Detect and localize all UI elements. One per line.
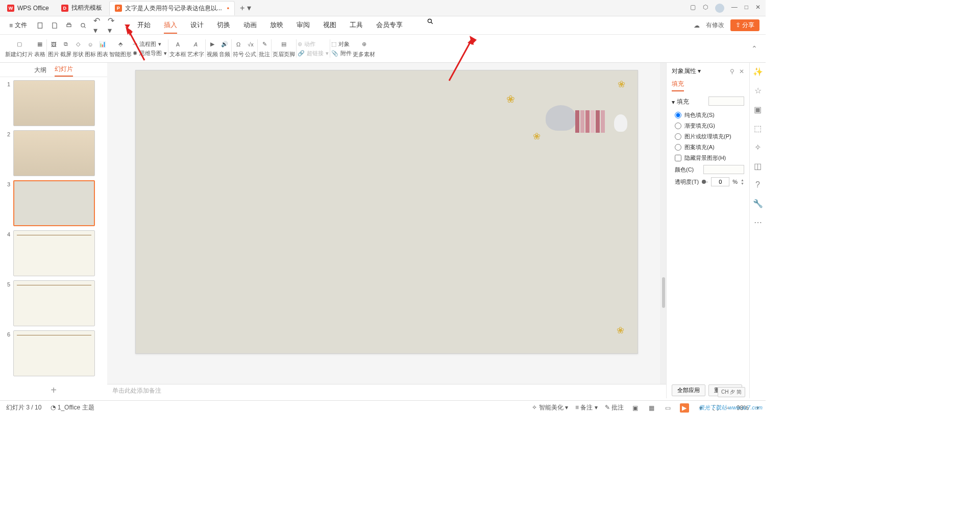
fill-section[interactable]: ▾ 填充 <box>672 96 744 107</box>
beautify-button[interactable]: ✧ 智能美化 ▾ <box>532 403 568 412</box>
tab-home[interactable]: 开始 <box>137 17 151 34</box>
tab-template[interactable]: D 找稻壳模板 <box>56 1 107 15</box>
ai-tool-icon[interactable]: ✨ <box>753 67 763 77</box>
tab-transition[interactable]: 切换 <box>217 17 230 34</box>
more-tools-icon[interactable]: ⋯ <box>754 218 762 227</box>
file-menu[interactable]: ≡ 文件 <box>6 21 30 30</box>
opacity-input[interactable] <box>711 177 729 186</box>
shape-button[interactable]: ◇形状 <box>72 39 84 58</box>
pin-icon[interactable]: ⚲ <box>730 68 734 75</box>
minimize-button[interactable]: — <box>731 4 738 13</box>
symbol-button[interactable]: Ω符号 <box>233 39 244 58</box>
audio-button[interactable]: 🔊音频 <box>219 39 230 58</box>
appbar-icon[interactable]: ▢ <box>690 4 696 13</box>
assets-icon[interactable]: ⬚ <box>754 124 762 133</box>
toolbox-icon[interactable]: 🔧 <box>753 199 763 208</box>
tab-design[interactable]: 设计 <box>190 17 204 34</box>
new-slide-button[interactable]: ▢新建幻灯片 <box>5 39 33 58</box>
flowchart-button[interactable]: ⇢流程图 ▾ <box>133 40 167 48</box>
icon-button[interactable]: ☺图标 <box>85 39 96 58</box>
outline-tab[interactable]: 大纲 <box>34 66 46 77</box>
screenshot-button[interactable]: ⧉截屏 <box>60 39 71 58</box>
statusbar: 幻灯片 3 / 10 ◔ 1_Office 主题 ✧ 智能美化 ▾ ≡ 备注 ▾… <box>0 400 766 415</box>
thumbnail-list[interactable]: 1 2☆ 3 4☆ 5 6 <box>0 77 107 382</box>
normal-view-icon[interactable]: ▣ <box>631 403 640 413</box>
object-button[interactable]: ⬚对象 <box>331 40 352 48</box>
print-preview-icon[interactable] <box>79 21 87 30</box>
opacity-stepper[interactable]: ▲▼ <box>741 178 744 185</box>
style-icon[interactable]: ☆ <box>754 86 762 95</box>
header-footer-button[interactable]: ▤页眉页脚 <box>273 39 295 58</box>
formula-button[interactable]: √x公式 <box>245 39 256 58</box>
search-icon[interactable] <box>426 17 434 26</box>
slideshow-view-icon[interactable]: ▶ <box>680 403 689 413</box>
fill-preview[interactable] <box>708 96 744 106</box>
notes-pane[interactable]: 单击此处添加备注 <box>107 384 666 398</box>
add-slide-button[interactable]: + <box>0 382 107 398</box>
sorter-view-icon[interactable]: ▦ <box>647 403 656 413</box>
redo-icon[interactable]: ↷ ▾ <box>108 21 116 30</box>
share-button[interactable]: ⇪ 分享 <box>730 19 760 31</box>
slide-canvas[interactable]: ❀ ❀ ❀ ❀ <box>135 70 638 354</box>
comments-toggle[interactable]: ✎ 批注 <box>605 403 624 412</box>
slide-thumbnail[interactable] <box>13 280 95 326</box>
slide-thumbnail[interactable]: ☆ <box>13 230 95 276</box>
cube-icon[interactable]: ⬡ <box>703 4 708 13</box>
notes-toggle[interactable]: ≡ 备注 ▾ <box>575 403 598 412</box>
image-button[interactable]: 🖼图片 <box>48 39 59 58</box>
add-tab-button[interactable]: + ▾ <box>235 3 256 13</box>
slide-thumbnail[interactable] <box>13 330 95 376</box>
vertical-scrollbar[interactable] <box>660 63 666 384</box>
tab-member[interactable]: 会员专享 <box>376 17 403 34</box>
user-avatar-icon[interactable] <box>715 4 724 13</box>
save-icon[interactable] <box>51 21 59 30</box>
reading-view-icon[interactable]: ▭ <box>664 403 673 413</box>
tab-animation[interactable]: 动画 <box>243 17 257 34</box>
comment-button[interactable]: ✎批注 <box>259 39 270 58</box>
slide-thumbnail[interactable]: ☆ <box>13 130 95 176</box>
props-title: 对象属性 ▾ <box>672 67 701 76</box>
radio-gradient-fill[interactable]: 渐变填充(G) <box>672 122 744 130</box>
tab-review[interactable]: 审阅 <box>297 17 310 34</box>
video-button[interactable]: ▶视频 <box>207 39 218 58</box>
radio-solid-fill[interactable]: 纯色填充(S) <box>672 111 744 119</box>
tab-slideshow[interactable]: 放映 <box>270 17 283 34</box>
cloud-sync-icon[interactable]: ☁ <box>694 22 700 29</box>
slide-thumbnail[interactable] <box>13 180 95 226</box>
question-icon[interactable]: ? <box>755 180 760 189</box>
close-panel-icon[interactable]: ✕ <box>739 68 744 75</box>
attachment-button[interactable]: 📎附件 <box>331 50 352 57</box>
wordart-button[interactable]: A艺术字 <box>187 39 204 58</box>
theme-indicator[interactable]: ◔ 1_Office 主题 <box>51 403 94 412</box>
chart-icon: 📊 <box>97 39 108 50</box>
opacity-slider[interactable] <box>702 181 708 183</box>
fill-tab[interactable]: 填充 <box>672 80 684 91</box>
apply-all-button[interactable]: 全部应用 <box>672 384 705 396</box>
tab-document[interactable]: P 文字是人类用符号记录表达信息以... • <box>109 1 235 15</box>
new-icon[interactable] <box>36 21 44 30</box>
tab-wps-home[interactable]: W WPS Office <box>2 1 54 15</box>
more-assets-button[interactable]: ⊕更多素材 <box>353 39 375 58</box>
smartart-button[interactable]: ⬘智能图形 <box>109 39 132 58</box>
table-button[interactable]: ▦表格 <box>34 39 45 58</box>
close-button[interactable]: ✕ <box>755 4 761 13</box>
undo-icon[interactable]: ↶ ▾ <box>93 21 102 30</box>
tab-tools[interactable]: 工具 <box>350 17 363 34</box>
settings-icon[interactable]: ✧ <box>754 142 761 152</box>
color-picker[interactable] <box>703 165 744 174</box>
chart-button[interactable]: 📊图表 <box>97 39 108 58</box>
checkbox-hide-bg[interactable]: 隐藏背景图形(H) <box>672 154 744 162</box>
maximize-button[interactable]: □ <box>745 4 748 13</box>
radio-picture-fill[interactable]: 图片或纹理填充(P) <box>672 133 744 140</box>
collapse-ribbon-button[interactable]: ⌃ <box>751 44 757 53</box>
slides-tab[interactable]: 幻灯片 <box>55 65 73 77</box>
layout-icon[interactable]: ▣ <box>754 105 762 114</box>
mindmap-button[interactable]: ✺思维导图 ▾ <box>133 50 167 57</box>
radio-pattern-fill[interactable]: 图案填充(A) <box>672 143 744 151</box>
help-icon[interactable]: ◫ <box>754 161 762 171</box>
print-icon[interactable] <box>65 21 73 30</box>
textbox-button[interactable]: A文本框 <box>169 39 186 58</box>
slide-thumbnail[interactable] <box>13 80 95 126</box>
tab-insert[interactable]: 插入 <box>164 17 177 34</box>
tab-view[interactable]: 视图 <box>323 17 336 34</box>
